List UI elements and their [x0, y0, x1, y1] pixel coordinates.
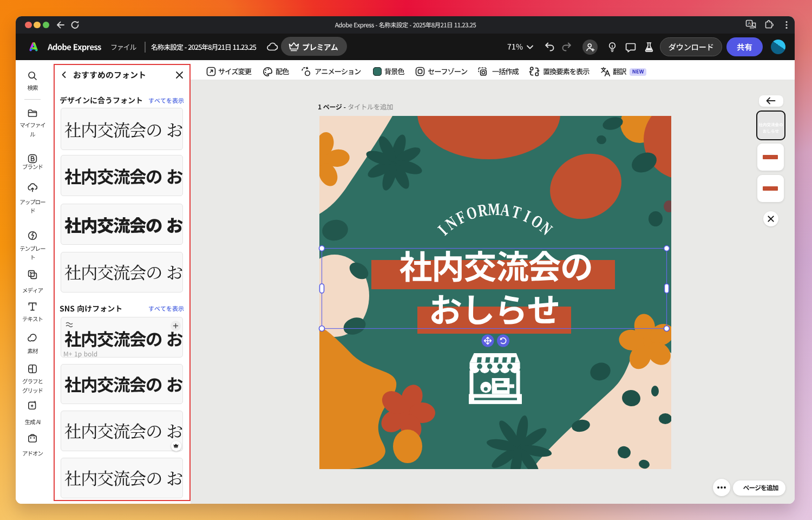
svg-text:A: A	[748, 21, 751, 26]
